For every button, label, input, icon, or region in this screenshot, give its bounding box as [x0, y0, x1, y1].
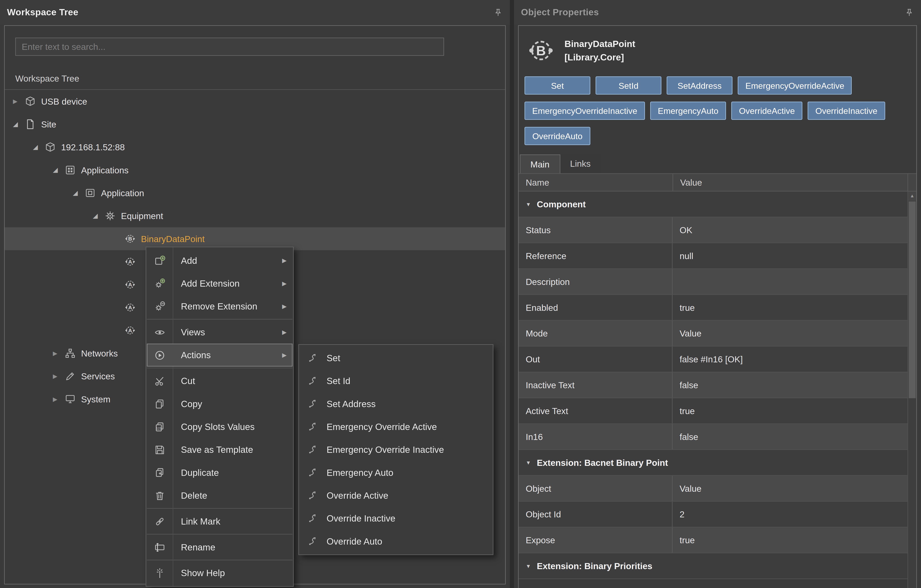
- submenu-item-emergency-override-inactive[interactable]: Emergency Override Inactive: [299, 438, 492, 461]
- submenu-item-override-auto[interactable]: Override Auto: [299, 530, 492, 553]
- menu-item-label: Copy: [181, 399, 202, 409]
- scrollbar-thumb[interactable]: [909, 201, 916, 398]
- expander-expanded-icon[interactable]: ◢: [73, 189, 83, 197]
- group-row-component[interactable]: ▼Component: [519, 192, 908, 217]
- group-collapse-icon[interactable]: ▼: [526, 201, 531, 207]
- expander-expanded-icon[interactable]: ◢: [93, 212, 103, 219]
- tree-item-application[interactable]: ◢Application: [5, 182, 505, 204]
- submenu-item-label: Override Inactive: [327, 513, 395, 524]
- group-row-extension-bacnet-binary-point[interactable]: ▼Extension: Bacnet Binary Point: [519, 450, 908, 476]
- group-row-extension-binary-priorities[interactable]: ▼Extension: Binary Priorities: [519, 553, 908, 579]
- property-value: null: [673, 243, 908, 268]
- menu-item-rename[interactable]: Rename: [147, 536, 292, 559]
- submenu-item-set[interactable]: Set: [299, 346, 492, 369]
- menu-item-show-help[interactable]: Show Help: [147, 562, 292, 585]
- object-action-emergencyauto-button[interactable]: EmergencyAuto: [650, 102, 726, 120]
- menu-item-remove-extension[interactable]: Remove Extension▶: [147, 295, 292, 318]
- menu-item-views[interactable]: Views▶: [147, 321, 292, 343]
- object-action-overrideactive-button[interactable]: OverrideActive: [731, 102, 802, 120]
- pin-icon[interactable]: [493, 8, 503, 17]
- object-action-setid-button[interactable]: SetId: [596, 76, 661, 94]
- applications-grid-icon: [63, 164, 76, 176]
- menu-item-add[interactable]: Add▶: [147, 249, 292, 272]
- submenu-item-override-inactive[interactable]: Override Inactive: [299, 507, 492, 530]
- object-action-set-button[interactable]: Set: [524, 76, 590, 94]
- object-action-setaddress-button[interactable]: SetAddress: [667, 76, 732, 94]
- tree-item-site[interactable]: ◢Site: [5, 113, 505, 136]
- object-action-overrideinactive-button[interactable]: OverrideInactive: [808, 102, 885, 120]
- property-row-object[interactable]: ObjectValue: [519, 476, 908, 502]
- tab-links[interactable]: Links: [560, 154, 600, 173]
- column-header-stub: [907, 174, 916, 191]
- submenu-arrow-icon: ▶: [282, 329, 287, 335]
- duplicate-icon: [154, 466, 166, 478]
- action-run-icon: [307, 466, 318, 478]
- object-action-emergencyoverrideinactive-button[interactable]: EmergencyOverrideInactive: [524, 102, 645, 120]
- expander-expanded-icon[interactable]: ◢: [33, 143, 44, 151]
- property-row-mode[interactable]: ModeValue: [519, 321, 908, 346]
- property-row-in16[interactable]: In16false: [519, 424, 908, 450]
- networks-icon: [63, 348, 76, 359]
- property-row-status[interactable]: StatusOK: [519, 217, 908, 243]
- submenu-item-label: Override Auto: [327, 536, 382, 546]
- services-icon: [63, 370, 76, 382]
- submenu-item-override-active[interactable]: Override Active: [299, 484, 492, 507]
- property-row-description[interactable]: Description: [519, 269, 908, 295]
- menu-item-copy[interactable]: Copy: [147, 392, 292, 415]
- scroll-up-arrow-icon[interactable]: ▲: [908, 192, 916, 201]
- menu-item-label: Remove Extension: [181, 301, 257, 312]
- svg-text:A: A: [128, 328, 132, 333]
- object-action-overrideauto-button[interactable]: OverrideAuto: [524, 127, 590, 145]
- expander-collapsed-icon[interactable]: ▶: [53, 350, 63, 356]
- vertical-scrollbar[interactable]: ▲: [907, 192, 916, 588]
- menu-item-actions[interactable]: Actions▶: [147, 344, 292, 367]
- tree-item-usb-device[interactable]: ▶USB device: [5, 90, 505, 113]
- expander-collapsed-icon[interactable]: ▶: [53, 373, 63, 379]
- tab-main[interactable]: Main: [520, 154, 560, 173]
- submenu-item-set-address[interactable]: Set Address: [299, 392, 492, 415]
- property-row-active-text[interactable]: Active Texttrue: [519, 398, 908, 424]
- tree-item-applications[interactable]: ◢Applications: [5, 159, 505, 182]
- menu-item-copy-slots-values[interactable]: 123Copy Slots Values: [147, 415, 292, 438]
- property-value: 2: [673, 502, 908, 527]
- action-run-icon: [307, 535, 318, 547]
- property-row-expose[interactable]: Exposetrue: [519, 527, 908, 553]
- property-value: true: [673, 398, 908, 424]
- pin-icon[interactable]: [905, 8, 914, 17]
- menu-item-duplicate[interactable]: Duplicate: [147, 461, 292, 484]
- menu-item-label: Actions: [181, 350, 211, 360]
- expander-collapsed-icon[interactable]: ▶: [13, 98, 23, 104]
- expander-expanded-icon[interactable]: ◢: [53, 166, 63, 174]
- tree-item-equipment[interactable]: ◢Equipment: [5, 204, 505, 227]
- expander-collapsed-icon[interactable]: ▶: [53, 396, 63, 402]
- submenu-item-label: Emergency Override Active: [327, 421, 437, 432]
- analog-point-icon: A: [123, 325, 136, 336]
- menu-item-add-extension[interactable]: Add Extension▶: [147, 272, 292, 295]
- property-row-out[interactable]: Outfalse #In16 [OK]: [519, 346, 908, 372]
- submenu-item-set-id[interactable]: Set Id: [299, 370, 492, 392]
- menu-item-delete[interactable]: Delete: [147, 484, 292, 507]
- property-row-object-id[interactable]: Object Id2: [519, 502, 908, 527]
- tree-item-192-168-1-52-88[interactable]: ◢192.168.1.52:88: [5, 136, 505, 159]
- property-row-reference[interactable]: Referencenull: [519, 243, 908, 269]
- property-name: In16: [519, 424, 673, 449]
- menu-separator: [147, 319, 292, 320]
- group-collapse-icon[interactable]: ▼: [526, 460, 531, 465]
- submenu-item-emergency-override-active[interactable]: Emergency Override Active: [299, 415, 492, 438]
- menu-item-cut[interactable]: Cut: [147, 370, 292, 392]
- property-row-inactive-text[interactable]: Inactive Textfalse: [519, 372, 908, 398]
- tree-item-label: Application: [101, 188, 144, 198]
- cut-scissors-icon: [154, 375, 166, 387]
- search-input[interactable]: [15, 37, 444, 56]
- system-icon: [63, 393, 76, 405]
- submenu-item-label: Override Active: [327, 490, 388, 501]
- device-box-icon: [44, 141, 56, 153]
- action-run-icon: [307, 490, 318, 501]
- group-collapse-icon[interactable]: ▼: [526, 563, 531, 569]
- expander-expanded-icon[interactable]: ◢: [13, 120, 23, 128]
- menu-item-save-as-template[interactable]: Save as Template: [147, 438, 292, 461]
- property-row-enabled[interactable]: Enabledtrue: [519, 295, 908, 321]
- menu-item-link-mark[interactable]: Link Mark: [147, 510, 292, 533]
- object-action-emergencyoverrideactive-button[interactable]: EmergencyOverrideActive: [738, 76, 852, 94]
- submenu-item-emergency-auto[interactable]: Emergency Auto: [299, 461, 492, 484]
